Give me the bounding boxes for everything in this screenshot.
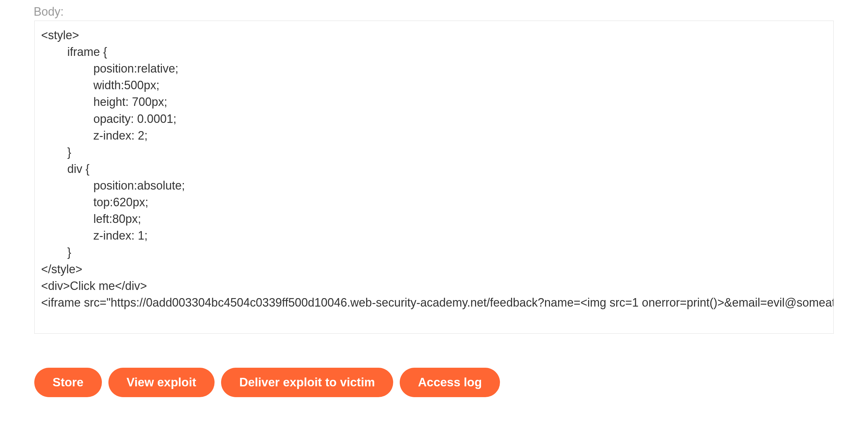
exploit-editor: Body: Store View exploit Deliver exploit…: [0, 0, 868, 421]
deliver-exploit-button[interactable]: Deliver exploit to victim: [221, 368, 393, 397]
body-input[interactable]: [34, 21, 834, 334]
access-log-button[interactable]: Access log: [400, 368, 500, 397]
store-button[interactable]: Store: [34, 368, 102, 397]
view-exploit-button[interactable]: View exploit: [108, 368, 215, 397]
button-row: Store View exploit Deliver exploit to vi…: [34, 368, 834, 397]
body-label: Body:: [34, 5, 834, 19]
